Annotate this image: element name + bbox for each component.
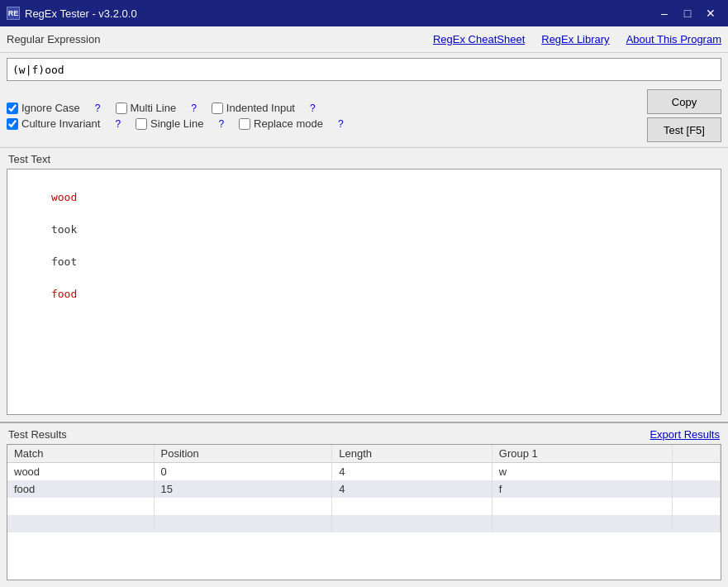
test-button[interactable]: Test [F5] (647, 117, 721, 142)
library-link[interactable]: RegEx Library (541, 33, 609, 45)
title-text: RegEx Tester - v3.2.0.0 (25, 7, 137, 20)
single-line-item[interactable]: Single Line (136, 117, 203, 130)
cell-match-0: wood (7, 463, 154, 481)
col-group1: Group 1 (492, 445, 672, 463)
cell-position-0: 0 (154, 463, 332, 481)
replace-mode-item[interactable]: Replace mode (239, 117, 323, 130)
ignore-case-checkbox[interactable] (7, 103, 18, 114)
cell-match-1: food (7, 480, 154, 498)
results-section: Test Results Export Results Match Positi… (0, 422, 728, 587)
ignore-case-label: Ignore Case (21, 102, 80, 114)
col-extra (673, 445, 721, 463)
menu-links: RegEx CheatSheet RegEx Library About Thi… (433, 33, 721, 45)
cell-length-1: 4 (332, 480, 492, 498)
cell-extra-1 (673, 480, 721, 498)
options-area: Ignore Case ? Multi Line ? Indented Inpu… (0, 86, 728, 148)
menu-bar: Regular Expression RegEx CheatSheet RegE… (0, 26, 728, 53)
single-line-help[interactable]: ? (216, 118, 226, 130)
match-wood: wood (51, 191, 77, 203)
culture-invariant-help[interactable]: ? (113, 118, 122, 130)
indented-input-item[interactable]: Indented Input (212, 102, 295, 114)
app-icon: RE (7, 7, 20, 20)
options-row-2: Culture Invariant ? Single Line ? Replac… (7, 117, 637, 130)
regex-input[interactable] (7, 58, 721, 81)
multi-line-checkbox[interactable] (116, 103, 127, 114)
line-foot: foot (51, 255, 77, 268)
col-position: Position (154, 445, 332, 463)
results-table: Match Position Length Group 1 wood 0 4 w… (7, 445, 721, 532)
window-controls: – □ ✕ (654, 4, 721, 22)
culture-invariant-label: Culture Invariant (21, 117, 100, 130)
table-row: wood 0 4 w (7, 463, 721, 481)
replace-mode-help[interactable]: ? (336, 118, 345, 130)
options-row-1: Ignore Case ? Multi Line ? Indented Inpu… (7, 102, 637, 114)
indented-input-checkbox[interactable] (212, 103, 223, 114)
table-row: food 15 4 f (7, 480, 721, 498)
replace-mode-checkbox[interactable] (239, 118, 250, 130)
export-results-link[interactable]: Export Results (649, 428, 720, 441)
regex-section (0, 53, 728, 86)
table-row-empty-2 (7, 515, 721, 532)
single-line-checkbox[interactable] (136, 118, 147, 130)
copy-button[interactable]: Copy (647, 89, 721, 114)
multi-line-label: Multi Line (131, 102, 177, 114)
title-bar-left: RE RegEx Tester - v3.2.0.0 (7, 7, 137, 20)
table-row-empty-1 (7, 498, 721, 515)
cell-extra-0 (673, 463, 721, 481)
col-match: Match (7, 445, 154, 463)
line-took: took (51, 223, 77, 236)
cell-group1-1: f (492, 480, 672, 498)
maximize-button[interactable]: □ (677, 4, 698, 22)
match-food: food (51, 288, 77, 300)
test-text-content: wood took foot food (7, 169, 721, 322)
cell-position-1: 15 (154, 480, 332, 498)
cheatsheet-link[interactable]: RegEx CheatSheet (433, 33, 525, 45)
test-text-header: Test Text (0, 148, 728, 169)
indented-input-label: Indented Input (226, 102, 295, 114)
culture-invariant-checkbox[interactable] (7, 118, 18, 130)
ignore-case-item[interactable]: Ignore Case (7, 102, 80, 114)
indented-input-help[interactable]: ? (308, 103, 317, 114)
culture-invariant-item[interactable]: Culture Invariant (7, 117, 100, 130)
results-title: Test Results (8, 428, 67, 441)
regex-label: Regular Expression (7, 33, 100, 45)
results-table-container: Match Position Length Group 1 wood 0 4 w… (7, 444, 721, 580)
cell-length-0: 4 (332, 463, 492, 481)
replace-mode-label: Replace mode (254, 117, 323, 130)
test-text-container[interactable]: wood took foot food (7, 169, 721, 415)
cell-group1-0: w (492, 463, 672, 481)
col-length: Length (332, 445, 492, 463)
test-text-section: Test Text wood took foot food (0, 148, 728, 422)
multi-line-item[interactable]: Multi Line (116, 102, 177, 114)
minimize-button[interactable]: – (654, 4, 675, 22)
title-bar: RE RegEx Tester - v3.2.0.0 – □ ✕ (0, 0, 728, 26)
single-line-label: Single Line (150, 117, 203, 130)
about-link[interactable]: About This Program (626, 33, 721, 45)
options-left: Ignore Case ? Multi Line ? Indented Inpu… (7, 102, 637, 130)
table-header-row: Match Position Length Group 1 (7, 445, 721, 463)
ignore-case-help[interactable]: ? (93, 103, 102, 114)
action-buttons: Copy Test [F5] (647, 89, 721, 142)
multi-line-help[interactable]: ? (189, 103, 198, 114)
close-button[interactable]: ✕ (700, 4, 721, 22)
results-header: Test Results Export Results (0, 423, 728, 444)
